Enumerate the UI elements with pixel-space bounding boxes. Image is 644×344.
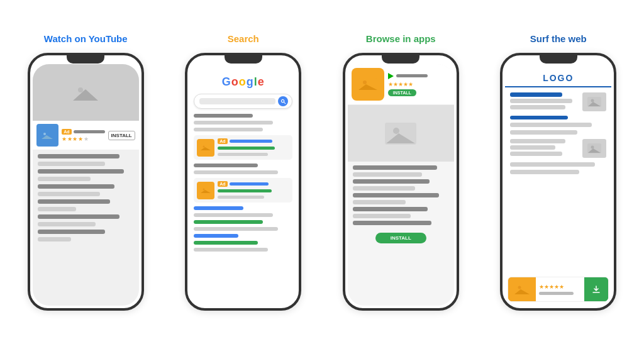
result-line (194, 248, 268, 252)
install-button[interactable]: INSTALL (108, 131, 135, 140)
svg-point-24 (591, 146, 594, 149)
result-line (194, 164, 258, 167)
play-icon (388, 73, 394, 79)
content-bar (38, 207, 76, 211)
result-line (230, 182, 269, 186)
svg-point-21 (591, 99, 594, 103)
content-bar (353, 207, 428, 211)
ad-result-2: Ad (194, 178, 292, 203)
ad-badge: Ad (218, 138, 227, 144)
content-bar (510, 152, 562, 156)
web-card-1 (510, 92, 606, 111)
web-ad-info: ★★★★★ (536, 282, 584, 297)
result-line (218, 147, 275, 150)
content-bar (510, 123, 592, 127)
youtube-section: Watch on YouTube (13, 33, 159, 311)
youtube-content (33, 150, 139, 245)
web-ad-bar (539, 292, 574, 295)
content-bar (38, 192, 100, 196)
result-line (194, 220, 263, 224)
apps-bottom-install[interactable]: INSTALL (375, 233, 426, 243)
web-ad-stars: ★★★★★ (539, 284, 564, 290)
web-card-thumb-1 (582, 92, 606, 111)
stars-filled: ★★★★ (62, 136, 83, 142)
web-card-thumb-2 (582, 139, 606, 158)
apps-ad-info: ★★★★★ INSTALL (388, 73, 428, 96)
web-logo: LOGO (510, 73, 606, 83)
content-bar (510, 130, 577, 135)
ad-result-lines-2: Ad (218, 181, 289, 199)
content-bar (38, 237, 72, 241)
content-bar (353, 193, 440, 197)
search-results: Ad (190, 111, 296, 254)
svg-line-7 (284, 102, 286, 104)
apps-content-image (348, 105, 454, 162)
content-bar (38, 199, 110, 204)
apps-top-ad: ★★★★★ INSTALL (348, 64, 454, 105)
apps-ad-thumbnail (352, 68, 384, 101)
web-bottom-ad: ★★★★★ (508, 277, 609, 302)
apps-section: Browse in apps ★★★★★ (328, 33, 474, 311)
content-bar (510, 139, 565, 143)
content-bar (38, 154, 119, 158)
youtube-hero-image (33, 64, 139, 121)
result-line (218, 153, 268, 156)
result-line (194, 213, 273, 217)
result-line (194, 241, 258, 245)
content-bar (38, 214, 119, 219)
result-line (194, 114, 253, 118)
content-bar (353, 172, 422, 177)
web-download-button[interactable] (584, 277, 608, 302)
google-logo: Google (195, 75, 291, 89)
ad-badge: Ad (218, 181, 227, 187)
search-title: Search (228, 33, 259, 44)
svg-point-6 (281, 99, 284, 103)
ad-result-1: Ad (194, 135, 292, 160)
search-input-field[interactable] (199, 98, 275, 104)
result-line (194, 121, 273, 125)
content-bar (353, 200, 406, 204)
content-bar (38, 169, 125, 174)
search-section: Search Google (170, 33, 317, 311)
phone-notch (540, 55, 577, 64)
web-title: Surf the web (530, 33, 587, 44)
content-bar (510, 105, 565, 109)
phone-notch (382, 55, 419, 64)
result-line (194, 170, 277, 174)
content-bar (510, 145, 555, 150)
search-phone: Google (185, 53, 301, 311)
ad-badge: Ad (62, 129, 71, 135)
search-bar[interactable] (194, 94, 292, 109)
apps-install-button[interactable]: INSTALL (388, 89, 416, 96)
svg-point-12 (203, 189, 205, 191)
ad-thumb-2 (197, 182, 214, 199)
phone-notch (67, 55, 104, 64)
web-content (505, 87, 611, 178)
content-bar (510, 170, 579, 174)
result-line (194, 234, 238, 238)
web-phone: LOGO (500, 53, 616, 311)
web-header: LOGO (505, 64, 611, 87)
youtube-ad-bar: Ad ★★★★ ★ INSTALL (33, 121, 139, 150)
svg-point-9 (203, 146, 205, 148)
search-button[interactable] (278, 96, 288, 106)
ad-thumbnail (36, 124, 58, 147)
result-line (194, 206, 243, 210)
youtube-phone: Ad ★★★★ ★ INSTALL (28, 53, 144, 311)
content-bar (510, 99, 572, 103)
content-bar (38, 230, 105, 234)
ad-result-lines-1: Ad (218, 138, 289, 157)
content-bar (353, 165, 438, 170)
svg-point-15 (363, 80, 367, 84)
search-screen: Google (190, 64, 296, 306)
search-header: Google (190, 64, 296, 91)
content-bar (38, 222, 96, 226)
result-line (194, 128, 263, 131)
content-bar (353, 221, 431, 225)
svg-point-27 (518, 286, 521, 289)
web-screen: LOGO (505, 64, 611, 306)
apps-screen: ★★★★★ INSTALL (348, 64, 454, 306)
ad-thumb-1 (197, 139, 214, 157)
result-line (218, 189, 272, 192)
stars-icon: ★★★★★ (388, 81, 413, 87)
